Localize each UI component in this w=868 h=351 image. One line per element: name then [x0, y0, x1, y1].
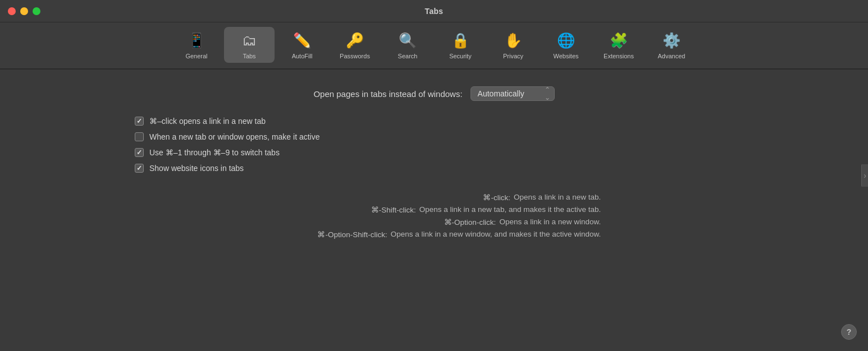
shortcut-key-0: ⌘-click:: [390, 193, 514, 202]
checkboxes-section: ⌘–click opens a link in a new tabWhen a …: [135, 117, 320, 173]
search-icon: 🔍: [398, 30, 418, 50]
toolbar-label-security: Security: [449, 53, 472, 59]
shortcut-desc-3: Opens a link in a new window, and makes …: [391, 230, 601, 239]
window-title: Tabs: [425, 7, 444, 16]
maximize-button[interactable]: [33, 7, 40, 15]
main-content: Open pages in tabs instead of windows: N…: [0, 70, 868, 256]
checkbox-cmd_numbers[interactable]: [135, 148, 144, 157]
toolbar-item-general[interactable]: 📱General: [171, 27, 222, 63]
advanced-icon: ⚙️: [661, 30, 682, 50]
security-icon: 🔒: [450, 30, 470, 50]
toolbar-item-websites[interactable]: 🌐Websites: [541, 27, 591, 63]
shortcut-row-1: ⌘-Shift-click: Opens a link in a new tab…: [267, 205, 601, 214]
privacy-icon: ✋: [503, 30, 523, 50]
toolbar-item-privacy[interactable]: ✋Privacy: [488, 27, 538, 63]
minimize-button[interactable]: [20, 7, 28, 15]
toolbar-label-extensions: Extensions: [604, 53, 634, 59]
extensions-icon: 🧩: [609, 30, 629, 50]
toolbar-label-advanced: Advanced: [658, 53, 686, 59]
open-pages-row: Open pages in tabs instead of windows: N…: [313, 86, 554, 101]
close-button[interactable]: [8, 7, 16, 15]
toolbar-item-tabs[interactable]: 🗂Tabs: [224, 27, 275, 63]
shortcut-key-1: ⌘-Shift-click:: [296, 205, 419, 214]
checkbox-row-new_tab_active[interactable]: When a new tab or window opens, make it …: [135, 132, 320, 141]
checkbox-label-show_icons: Show website icons in tabs: [149, 164, 244, 173]
checkbox-label-cmd_numbers: Use ⌘–1 through ⌘–9 to switch tabs: [149, 148, 280, 157]
shortcuts-section: ⌘-click: Opens a link in a new tab.⌘-Shi…: [267, 193, 601, 239]
shortcut-key-3: ⌘-Option-Shift-click:: [267, 230, 391, 239]
shortcut-desc-2: Opens a link in a new window.: [499, 218, 601, 227]
shortcut-desc-1: Opens a link in a new tab, and makes it …: [419, 205, 601, 214]
toolbar-item-security[interactable]: 🔒Security: [435, 27, 486, 63]
checkbox-label-cmd_click: ⌘–click opens a link in a new tab: [149, 117, 266, 126]
checkbox-row-show_icons[interactable]: Show website icons in tabs: [135, 164, 320, 173]
window-controls: [8, 7, 40, 15]
open-pages-label: Open pages in tabs instead of windows:: [313, 89, 462, 99]
tabs-icon: 🗂: [239, 30, 259, 50]
toolbar-item-autofill[interactable]: ✏️AutoFill: [277, 27, 327, 63]
toolbar-label-privacy: Privacy: [503, 53, 523, 59]
select-wrapper: NeverAutomaticallyAlways ⌃⌄: [470, 86, 555, 101]
toolbar-label-search: Search: [398, 53, 418, 59]
checkbox-row-cmd_numbers[interactable]: Use ⌘–1 through ⌘–9 to switch tabs: [135, 148, 320, 157]
toolbar-label-tabs: Tabs: [243, 53, 255, 59]
checkbox-cmd_click[interactable]: [135, 117, 144, 126]
help-button[interactable]: ?: [841, 324, 857, 340]
toolbar-label-autofill: AutoFill: [292, 53, 313, 59]
checkbox-show_icons[interactable]: [135, 164, 144, 173]
general-icon: 📱: [186, 30, 207, 50]
toolbar-item-advanced[interactable]: ⚙️Advanced: [646, 27, 697, 63]
shortcut-desc-0: Opens a link in a new tab.: [514, 193, 601, 202]
toolbar-label-websites: Websites: [553, 53, 578, 59]
websites-icon: 🌐: [556, 30, 576, 50]
passwords-icon: 🔑: [345, 30, 365, 50]
checkbox-new_tab_active[interactable]: [135, 132, 144, 141]
toolbar-item-extensions[interactable]: 🧩Extensions: [593, 27, 644, 63]
shortcut-row-0: ⌘-click: Opens a link in a new tab.: [267, 193, 601, 202]
toolbar-label-general: General: [185, 53, 207, 59]
checkbox-label-new_tab_active: When a new tab or window opens, make it …: [149, 132, 320, 141]
shortcut-key-2: ⌘-Option-click:: [376, 218, 499, 227]
toolbar-label-passwords: Passwords: [340, 53, 370, 59]
autofill-icon: ✏️: [292, 30, 312, 50]
toolbar-item-passwords[interactable]: 🔑Passwords: [330, 27, 380, 63]
open-pages-select[interactable]: NeverAutomaticallyAlways: [470, 86, 555, 101]
checkbox-row-cmd_click[interactable]: ⌘–click opens a link in a new tab: [135, 117, 320, 126]
toolbar-item-search[interactable]: 🔍Search: [382, 27, 433, 63]
toolbar: 📱General🗂Tabs✏️AutoFill🔑Passwords🔍Search…: [0, 22, 868, 69]
shortcut-row-3: ⌘-Option-Shift-click: Opens a link in a …: [267, 230, 601, 239]
shortcut-row-2: ⌘-Option-click: Opens a link in a new wi…: [267, 218, 601, 227]
resize-handle[interactable]: [861, 164, 868, 187]
title-bar: Tabs: [0, 0, 868, 22]
